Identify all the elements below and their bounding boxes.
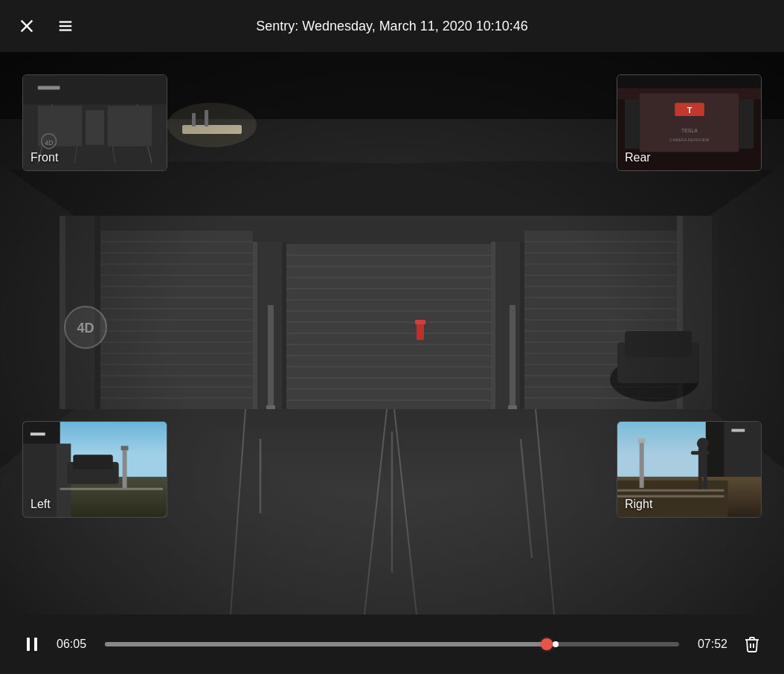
top-bar: Sentry: Wednesday, March 11, 2020 10:10:…	[0, 0, 784, 52]
svg-rect-106	[86, 110, 104, 145]
svg-text:TESLA: TESLA	[681, 128, 698, 133]
camera-right-overlay[interactable]: Right	[617, 421, 762, 518]
svg-rect-105	[108, 106, 152, 146]
svg-rect-129	[30, 433, 45, 436]
front-camera-label: Front	[30, 151, 58, 164]
svg-point-135	[697, 437, 709, 449]
delete-button[interactable]	[739, 631, 765, 658]
svg-rect-112	[640, 93, 739, 152]
right-camera-label: Right	[625, 498, 652, 511]
camera-front-overlay[interactable]: 4D Front	[22, 74, 167, 171]
svg-rect-144	[27, 638, 30, 651]
svg-rect-126	[121, 446, 129, 450]
svg-text:T: T	[687, 106, 693, 115]
svg-text:4D: 4D	[45, 139, 53, 147]
svg-rect-138	[691, 451, 710, 455]
svg-rect-142	[617, 490, 724, 492]
pause-icon	[23, 635, 41, 653]
rear-camera-label: Rear	[625, 151, 651, 164]
camera-rear-overlay[interactable]: T TESLA CAMERA REARVIEW Rear	[617, 74, 762, 171]
trash-icon	[743, 635, 761, 653]
svg-rect-110	[617, 75, 761, 89]
video-area: 4D	[0, 52, 784, 614]
svg-rect-145	[34, 638, 37, 651]
svg-rect-99	[38, 86, 60, 90]
close-icon	[19, 18, 35, 34]
progress-bar[interactable]	[105, 642, 679, 646]
progress-dot	[553, 641, 559, 647]
svg-rect-127	[60, 488, 163, 490]
progress-fill	[105, 642, 547, 646]
control-bar: 06:05 07:52	[0, 614, 784, 674]
svg-rect-137	[704, 475, 707, 490]
svg-rect-139	[640, 440, 644, 487]
camera-left-overlay[interactable]: Left	[22, 421, 167, 518]
svg-rect-136	[698, 475, 702, 490]
progress-thumb	[541, 638, 553, 650]
svg-rect-124	[73, 455, 112, 469]
pause-button[interactable]	[19, 631, 45, 658]
total-time: 07:52	[690, 638, 727, 651]
svg-rect-130	[617, 422, 706, 477]
menu-icon	[57, 18, 74, 34]
current-time: 06:05	[57, 638, 94, 651]
svg-text:CAMERA REARVIEW: CAMERA REARVIEW	[669, 138, 710, 142]
svg-rect-125	[123, 447, 127, 487]
top-bar-left	[15, 14, 77, 38]
video-title: Sentry: Wednesday, March 11, 2020 10:10:…	[256, 19, 528, 34]
close-button[interactable]	[15, 14, 39, 38]
svg-rect-140	[638, 438, 646, 443]
left-camera-label: Left	[30, 498, 51, 511]
svg-rect-141	[731, 429, 745, 432]
menu-button[interactable]	[54, 14, 77, 38]
